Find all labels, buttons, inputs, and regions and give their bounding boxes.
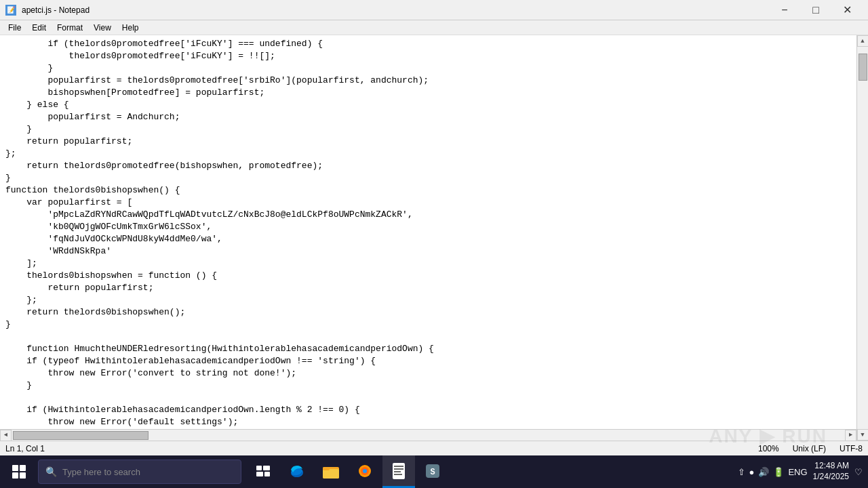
svg-rect-15 (394, 474, 402, 475)
title-bar: 📝 apetci.js - Notepad − □ ✕ (0, 0, 868, 20)
file-explorer-icon (323, 464, 339, 479)
scroll-left-button[interactable]: ◄ (0, 430, 12, 441)
minimize-button[interactable]: − (769, 0, 800, 20)
svg-rect-3 (264, 472, 270, 476)
language-icon[interactable]: ENG (788, 467, 807, 477)
sys-tray-icons: ⇧ ● 🔊 🔋 ENG (738, 467, 808, 477)
scroll-track-horizontal[interactable] (12, 430, 845, 441)
scroll-track-vertical[interactable] (857, 47, 868, 429)
scroll-thumb-vertical[interactable] (859, 54, 867, 81)
horizontal-scrollbar[interactable]: ◄ ► (0, 429, 856, 441)
cursor-position: Ln 1, Col 1 (5, 444, 45, 453)
menu-format[interactable]: Format (52, 22, 88, 34)
clock-time: 12:48 AM (813, 461, 849, 472)
notification-icon[interactable]: ♡ (854, 467, 863, 477)
encoding: UTF-8 (840, 444, 863, 453)
vertical-scrollbar[interactable]: ▲ ▼ (856, 35, 868, 441)
editor-container: if (thelords0promotedfree['iFcuKY'] === … (0, 35, 868, 441)
firefox-icon (357, 463, 373, 479)
maximize-button[interactable]: □ (800, 0, 831, 20)
svg-rect-1 (263, 466, 270, 470)
task-view-button[interactable] (247, 455, 279, 488)
taskbar-apps: S (247, 455, 449, 488)
battery-icon[interactable]: 🔋 (773, 467, 784, 477)
notepad-app[interactable] (382, 455, 415, 488)
svg-rect-14 (394, 471, 401, 472)
menu-view[interactable]: View (88, 22, 117, 34)
window-title: apetci.js - Notepad (22, 5, 90, 15)
svg-text:S: S (430, 468, 435, 477)
menu-help[interactable]: Help (117, 22, 144, 34)
svg-rect-6 (323, 469, 339, 479)
svg-rect-0 (256, 466, 262, 470)
notepad-icon (391, 463, 406, 479)
close-button[interactable]: ✕ (831, 0, 863, 20)
search-icon: 🔍 (45, 466, 57, 478)
svg-rect-2 (256, 472, 263, 476)
scroll-up-button[interactable]: ▲ (857, 35, 869, 47)
svg-rect-12 (394, 466, 403, 467)
windows-icon (12, 465, 26, 479)
edge-app[interactable] (281, 455, 313, 488)
start-button[interactable] (3, 455, 35, 488)
task-view-icon (256, 466, 270, 476)
scroll-right-button[interactable]: ► (845, 430, 856, 441)
search-placeholder-text: Type here to search (62, 467, 140, 477)
unknown-app[interactable]: S (416, 455, 449, 488)
scroll-down-button[interactable]: ▼ (857, 429, 869, 441)
system-clock[interactable]: 12:48 AM 1/24/2025 (813, 461, 849, 482)
system-tray: ⇧ ● 🔊 🔋 ENG 12:48 AM 1/24/2025 ♡ (738, 455, 863, 488)
window-controls: − □ ✕ (769, 0, 863, 20)
firefox-app[interactable] (349, 455, 381, 488)
editor-main: if (thelords0promotedfree['iFcuKY'] === … (0, 35, 856, 441)
svg-rect-13 (394, 468, 403, 470)
menu-file[interactable]: File (3, 22, 26, 34)
volume-icon[interactable]: 🔊 (758, 467, 769, 477)
code-editor[interactable]: if (thelords0promotedfree['iFcuKY'] === … (0, 35, 856, 429)
line-ending: Unix (LF) (793, 444, 826, 453)
taskbar: 🔍 Type here to search (0, 455, 868, 488)
network-icon[interactable]: ● (749, 467, 755, 477)
scroll-thumb-horizontal[interactable] (13, 431, 149, 440)
status-right: 100% Unix (LF) UTF-8 (758, 444, 863, 453)
menu-edit[interactable]: Edit (26, 22, 52, 34)
app-icon: 📝 (5, 5, 16, 16)
status-bar: Ln 1, Col 1 100% Unix (LF) UTF-8 (0, 441, 868, 455)
file-explorer-app[interactable] (315, 455, 347, 488)
edge-icon (289, 463, 305, 479)
title-bar-left: 📝 apetci.js - Notepad (5, 5, 90, 16)
taskbar-search[interactable]: 🔍 Type here to search (38, 460, 241, 484)
clock-date: 1/24/2025 (813, 472, 849, 483)
zoom-level: 100% (758, 444, 779, 453)
svg-rect-7 (323, 467, 330, 470)
unknown-app-icon: S (425, 463, 441, 479)
status-left: Ln 1, Col 1 (5, 444, 45, 453)
svg-point-10 (363, 469, 367, 473)
tray-up-icon[interactable]: ⇧ (738, 467, 745, 477)
menu-bar: File Edit Format View Help (0, 20, 868, 35)
